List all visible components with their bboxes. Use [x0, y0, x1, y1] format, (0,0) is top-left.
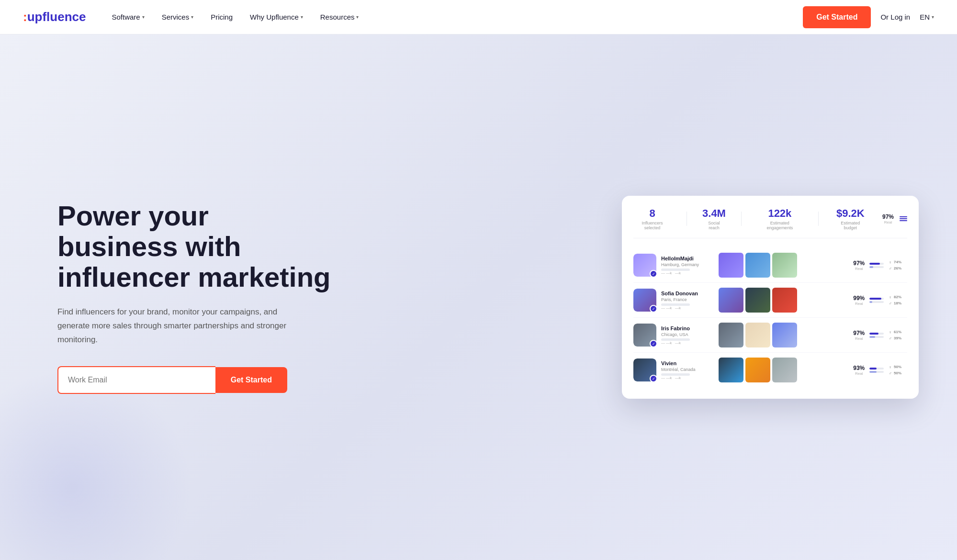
- logo-colon: :: [23, 10, 27, 24]
- post-thumbnails: [719, 358, 797, 382]
- post-thumbnail[interactable]: [772, 323, 797, 347]
- influencer-name: Iris Fabrino: [661, 325, 714, 331]
- nav-links: Software ▾ Services ▾ Pricing Why Upflue…: [105, 9, 803, 25]
- post-thumbnail[interactable]: [719, 358, 743, 382]
- bar-track: [869, 336, 884, 338]
- female-icon: ♀: [889, 365, 892, 370]
- filter-icon[interactable]: [900, 216, 907, 221]
- post-thumbnail[interactable]: [772, 358, 797, 382]
- overall-real-label: Real: [882, 220, 894, 224]
- influencer-real-pct: 99%: [853, 295, 865, 302]
- bar-line: [869, 333, 884, 335]
- bar-fill: [869, 263, 880, 265]
- male-pct: 39%: [894, 336, 907, 340]
- influencer-info: Vivien Montréal, Canada — —k —k: [661, 360, 714, 380]
- nav-login-link[interactable]: Or Log in: [880, 13, 910, 21]
- stat-influencers-value: 8: [633, 207, 671, 220]
- male-pct: 50%: [894, 371, 907, 375]
- bar-fill: [869, 333, 878, 335]
- influencer-metrics: 97% Real: [853, 260, 907, 271]
- influencer-real-label: Real: [853, 267, 865, 271]
- stat-divider: [687, 212, 687, 226]
- stat-budget-label: Estimated budget: [834, 221, 867, 230]
- influencer-avatar-wrapper: ✓: [633, 358, 656, 381]
- bar-fill: [869, 301, 872, 303]
- influencer-info: HelloImMajdi Hamburg, Germany — —k —k: [661, 256, 714, 275]
- stat-reach-value: 3.4M: [702, 207, 726, 220]
- hero-title: Power your business with influencer mark…: [57, 201, 335, 292]
- post-thumbnail[interactable]: [719, 323, 743, 347]
- navbar: :upfluence Software ▾ Services ▾ Pricing…: [0, 0, 957, 34]
- bar-line: [869, 301, 884, 303]
- hero-get-started-button[interactable]: Get Started: [215, 367, 287, 393]
- nav-item-services[interactable]: Services ▾: [155, 9, 201, 25]
- dashboard-stats-row: 8 Influencers selected 3.4M Social reach…: [633, 207, 907, 238]
- post-thumbnail[interactable]: [719, 253, 743, 278]
- nav-item-resources[interactable]: Resources ▾: [314, 9, 366, 25]
- chevron-down-icon: ▾: [356, 14, 359, 20]
- hero-section: Power your business with influencer mark…: [0, 34, 957, 560]
- influencer-real-pct: 97%: [853, 330, 865, 336]
- chevron-down-icon: ▾: [142, 14, 145, 20]
- stat-reach: 3.4M Social reach: [702, 207, 726, 230]
- post-thumbnail[interactable]: [719, 288, 743, 313]
- post-thumbnails: [719, 288, 797, 313]
- influencer-avatar-wrapper: ✓: [633, 324, 656, 347]
- male-gender-row: ♂ 26%: [889, 266, 907, 271]
- stat-divider: [818, 212, 819, 226]
- female-pct: 82%: [894, 295, 907, 299]
- post-thumbnail[interactable]: [745, 358, 770, 382]
- logo[interactable]: :upfluence: [23, 10, 86, 24]
- nav-pricing-label: Pricing: [211, 13, 233, 21]
- work-email-input[interactable]: [57, 366, 215, 394]
- avatar-checkmark: ✓: [650, 270, 657, 278]
- influencer-real-label: Real: [853, 371, 865, 376]
- nav-services-label: Services: [162, 13, 190, 21]
- post-thumbnail[interactable]: [745, 288, 770, 313]
- bar-track: [869, 301, 884, 303]
- female-icon: ♀: [889, 260, 892, 265]
- female-pct: 61%: [894, 330, 907, 334]
- nav-language-selector[interactable]: EN ▾: [920, 13, 934, 21]
- male-icon: ♂: [889, 336, 892, 341]
- influencer-real-pct: 93%: [853, 365, 865, 371]
- male-pct: 18%: [894, 301, 907, 305]
- stat-influencers: 8 Influencers selected: [633, 207, 671, 230]
- post-thumbnail[interactable]: [745, 253, 770, 278]
- overall-real-pct: 97%: [882, 213, 894, 220]
- male-gender-row: ♂ 18%: [889, 301, 907, 306]
- bar-track: [869, 371, 884, 373]
- post-thumbnail[interactable]: [772, 288, 797, 313]
- hero-content: Power your business with influencer mark…: [57, 201, 335, 394]
- male-icon: ♂: [889, 371, 892, 376]
- nav-item-pricing[interactable]: Pricing: [204, 9, 239, 25]
- nav-item-software[interactable]: Software ▾: [105, 9, 151, 25]
- bar-track: [869, 266, 884, 268]
- filter-bar-line: [900, 216, 907, 217]
- bar-fill: [869, 298, 881, 300]
- influencer-real-metric: 97% Real: [853, 330, 865, 341]
- post-thumbnails: [719, 253, 797, 278]
- influencer-name: Sofia Donovan: [661, 291, 714, 296]
- bar-fill: [869, 368, 877, 370]
- bar-line: [869, 371, 884, 373]
- bar-fill: [869, 371, 877, 373]
- avatar-checkmark: ✓: [650, 340, 657, 347]
- nav-item-why[interactable]: Why Upfluence ▾: [243, 9, 310, 25]
- filter-bar-line: [900, 218, 907, 219]
- post-thumbnail[interactable]: [745, 323, 770, 347]
- bar-track: [869, 368, 884, 370]
- influencer-real-metric: 99% Real: [853, 295, 865, 306]
- hero-subtitle: Find influencers for your brand, monitor…: [57, 305, 287, 347]
- nav-get-started-button[interactable]: Get Started: [803, 6, 871, 28]
- influencer-real-metric: 93% Real: [853, 365, 865, 376]
- bar-line: [869, 263, 884, 265]
- influencer-row: ✓ Iris Fabrino Chicago, USA — —k —k 97% …: [633, 318, 907, 353]
- female-gender-row: ♀ 61%: [889, 330, 907, 335]
- influencer-bar-chart: [869, 263, 884, 268]
- influencer-real-pct: 97%: [853, 260, 865, 267]
- influencer-real-label: Real: [853, 336, 865, 341]
- stat-budget: $9.2K Estimated budget: [834, 207, 867, 230]
- influencer-stat-text: — —k —k: [661, 306, 714, 310]
- post-thumbnail[interactable]: [772, 253, 797, 278]
